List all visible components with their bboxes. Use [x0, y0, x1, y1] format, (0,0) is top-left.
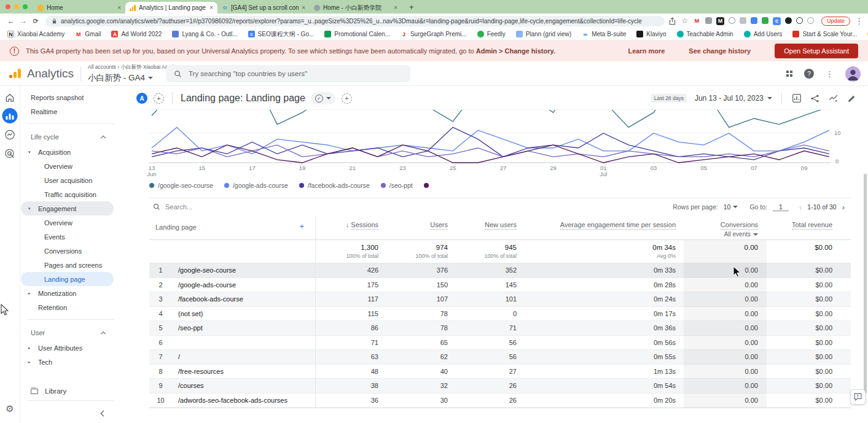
bookmark-item[interactable]: MGmail: [75, 30, 101, 39]
sheets-extension-icon[interactable]: [762, 17, 768, 24]
sidebar-item-library[interactable]: Library: [31, 387, 66, 395]
bookmark-item[interactable]: AAd World 2022: [111, 30, 162, 39]
badge-extension-icon[interactable]: [740, 17, 746, 24]
page-scrollbar[interactable]: [864, 174, 867, 394]
ga-apps-grid-icon[interactable]: [786, 71, 792, 77]
goto-page-input[interactable]: 1: [773, 203, 789, 211]
learn-more-link[interactable]: Learn more: [628, 47, 665, 55]
browser-tab[interactable]: Analytics | Landing page: Land×: [125, 2, 217, 14]
sidebar-item-conversions[interactable]: Conversions: [21, 244, 114, 258]
table-search-input[interactable]: Search...: [165, 203, 192, 211]
sidebar-item-overview[interactable]: Overview: [21, 159, 114, 173]
sidebar-item-reports-snapshot[interactable]: Reports snapshot: [21, 90, 114, 104]
add-report-button[interactable]: +: [342, 93, 352, 104]
add-dimension-icon[interactable]: +: [299, 223, 304, 239]
minimize-window-icon[interactable]: [14, 4, 19, 9]
help-icon[interactable]: ?: [804, 69, 814, 79]
collapse-sidebar-icon[interactable]: [101, 411, 107, 417]
bookmark-item[interactable]: ≡SEO课程大纲 - Go...: [248, 30, 315, 39]
see-change-history-link[interactable]: See change history: [689, 47, 751, 55]
compare-report-icon[interactable]: [791, 93, 802, 104]
bookmark-item[interactable]: Lyang & Co. - Outl...: [172, 30, 237, 39]
column-header-conversions[interactable]: ConversionsAll events: [684, 215, 767, 239]
bookmark-item[interactable]: Teachable Admin: [677, 30, 733, 39]
search-input[interactable]: Try searching "top countries by users": [166, 65, 410, 82]
legend-item[interactable]: /facebook-ads-course: [299, 182, 370, 189]
date-range-picker[interactable]: Jun 13 - Jul 10, 2023: [695, 94, 772, 103]
conversions-events-filter[interactable]: All events: [684, 231, 758, 238]
legend-item[interactable]: [424, 183, 429, 188]
column-header-landing-page[interactable]: Landing page+: [149, 215, 315, 239]
reports-icon[interactable]: [2, 108, 18, 123]
sidebar-item-landing-page[interactable]: Landing page: [21, 272, 114, 286]
bookmark-item[interactable]: Klaviyo: [636, 30, 666, 39]
contrast-extension-icon[interactable]: [796, 17, 803, 24]
rows-per-page-select[interactable]: 10: [724, 203, 738, 211]
camera-extension-icon[interactable]: [729, 17, 735, 24]
bookmark-item[interactable]: JSurgeGraph Premi...: [401, 30, 467, 39]
chrome-update-button[interactable]: Update: [821, 17, 850, 26]
avatar[interactable]: [845, 66, 861, 82]
column-header-sessions[interactable]: ↓ Sessions: [315, 215, 381, 239]
new-tab-button[interactable]: +: [409, 2, 414, 12]
tab-close-icon[interactable]: ×: [302, 4, 305, 11]
sidebar-item-overview[interactable]: Overview: [21, 215, 114, 230]
report-status-pill[interactable]: ✓: [311, 92, 335, 104]
share-report-icon[interactable]: [810, 93, 820, 104]
column-header-average-engagement-time-per-session[interactable]: Average engagement time per session: [519, 215, 684, 239]
column-header-new-users[interactable]: New users: [450, 215, 519, 239]
browser-tab[interactable]: Home×: [33, 2, 125, 14]
home-icon[interactable]: [5, 93, 15, 106]
bookmark-item[interactable]: Feedly: [477, 30, 506, 39]
legend-item[interactable]: /google-seo-course: [149, 182, 213, 189]
forward-button[interactable]: →: [17, 17, 29, 25]
pin-extension-icon[interactable]: [785, 17, 792, 24]
sidebar-item-acquisition[interactable]: ▾Acquisition: [21, 145, 114, 159]
bookmark-item[interactable]: Plann (grid view): [516, 30, 571, 39]
reload-button[interactable]: ⟳: [29, 17, 42, 25]
ga-menu-icon[interactable]: ⋮: [826, 69, 834, 79]
bookmark-item[interactable]: NXiaobai Academy: [7, 30, 65, 39]
maximize-window-icon[interactable]: [23, 4, 28, 9]
sidebar-item-user-attributes[interactable]: ▸User Attributes: [21, 341, 114, 355]
sidebar-item-retention[interactable]: Retention: [21, 300, 114, 314]
browser-menu-icon[interactable]: ⋮: [855, 17, 863, 26]
bookmark-star-icon[interactable]: ☆: [681, 17, 688, 25]
sidebar-item-engagement[interactable]: ▾Engagement: [21, 201, 114, 215]
column-header-users[interactable]: Users: [381, 215, 450, 239]
muted-extension-icon[interactable]: [807, 17, 814, 24]
insights-icon[interactable]: [828, 93, 839, 104]
variant-chip[interactable]: A: [136, 93, 147, 104]
sidebar-item-monetization[interactable]: ▸Monetization: [21, 286, 114, 300]
bookmark-item[interactable]: Add Users: [744, 30, 783, 39]
swoosh-extension-icon[interactable]: c: [773, 17, 781, 25]
back-button[interactable]: ←: [5, 17, 17, 25]
add-comparison-button[interactable]: +: [154, 93, 164, 104]
pen-extension-icon[interactable]: [705, 17, 712, 24]
settings-gear-icon[interactable]: ⚙: [6, 403, 14, 414]
tab-close-icon[interactable]: ×: [209, 4, 213, 11]
column-header-total-revenue[interactable]: Total revenue: [767, 215, 851, 239]
close-window-icon[interactable]: [6, 4, 10, 9]
browser-tab[interactable]: G[GA4] Set up a scroll conversi×: [217, 2, 310, 14]
sidebar-item-realtime[interactable]: Realtime: [21, 104, 114, 118]
traffic-lights[interactable]: [0, 4, 33, 9]
sidebar-section-user[interactable]: User: [21, 325, 114, 341]
tab-close-icon[interactable]: ×: [394, 4, 397, 11]
advertising-icon[interactable]: [4, 148, 16, 162]
feedback-button[interactable]: [850, 389, 866, 405]
share-page-icon[interactable]: [668, 17, 676, 25]
sidebar-section-life-cycle[interactable]: Life cycle: [21, 129, 114, 145]
gmail-extension-icon[interactable]: M: [693, 17, 701, 25]
open-setup-assistant-button[interactable]: Open Setup Assistant: [775, 44, 858, 58]
bookmark-item[interactable]: Promotional Calen...: [324, 30, 390, 39]
url-bar[interactable]: analytics.google.com/analytics/web/?auth…: [45, 16, 665, 26]
previous-page-icon[interactable]: ‹: [799, 203, 802, 212]
explore-icon[interactable]: [4, 129, 16, 143]
bookmark-item[interactable]: ∞Meta B-suite: [582, 30, 626, 39]
docs-extension-icon[interactable]: [751, 17, 757, 24]
tab-close-icon[interactable]: ×: [117, 4, 121, 11]
mark-extension-icon[interactable]: M: [716, 17, 724, 25]
legend-item[interactable]: /google-ads-course: [224, 182, 288, 189]
edit-pencil-icon[interactable]: [846, 93, 857, 104]
